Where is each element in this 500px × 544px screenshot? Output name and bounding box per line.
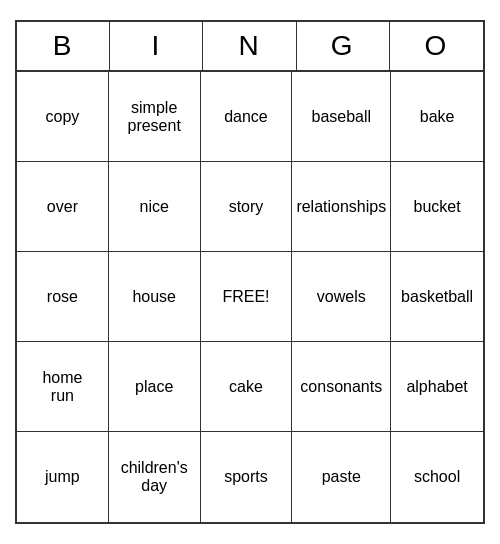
header-letter: O	[390, 22, 483, 70]
header-letter: G	[297, 22, 390, 70]
bingo-cell[interactable]: paste	[292, 432, 391, 522]
bingo-cell[interactable]: simple present	[109, 72, 201, 162]
cell-text: house	[132, 288, 176, 306]
cell-text: place	[135, 378, 173, 396]
bingo-cell[interactable]: home run	[17, 342, 109, 432]
bingo-cell[interactable]: bucket	[391, 162, 483, 252]
bingo-cell[interactable]: rose	[17, 252, 109, 342]
cell-text: basketball	[401, 288, 473, 306]
cell-text: dance	[224, 108, 268, 126]
bingo-cell[interactable]: baseball	[292, 72, 391, 162]
cell-text: school	[414, 468, 460, 486]
cell-text: paste	[322, 468, 361, 486]
bingo-cell[interactable]: over	[17, 162, 109, 252]
cell-text: relationships	[296, 198, 386, 216]
cell-text: bake	[420, 108, 455, 126]
cell-text: alphabet	[406, 378, 467, 396]
cell-text: consonants	[300, 378, 382, 396]
bingo-cell[interactable]: house	[109, 252, 201, 342]
cell-text: over	[47, 198, 78, 216]
bingo-cell[interactable]: nice	[109, 162, 201, 252]
cell-text: rose	[47, 288, 78, 306]
bingo-cell[interactable]: jump	[17, 432, 109, 522]
bingo-grid: copysimple presentdancebaseballbakeovern…	[17, 72, 483, 522]
bingo-cell[interactable]: basketball	[391, 252, 483, 342]
bingo-cell[interactable]: alphabet	[391, 342, 483, 432]
bingo-cell[interactable]: consonants	[292, 342, 391, 432]
cell-text: jump	[45, 468, 80, 486]
cell-text: story	[229, 198, 264, 216]
cell-text: FREE!	[222, 288, 269, 306]
cell-text: sports	[224, 468, 268, 486]
cell-text: vowels	[317, 288, 366, 306]
cell-text: nice	[140, 198, 169, 216]
bingo-card: BINGO copysimple presentdancebaseballbak…	[15, 20, 485, 524]
bingo-cell[interactable]: vowels	[292, 252, 391, 342]
header-letter: N	[203, 22, 296, 70]
cell-text: home run	[42, 369, 82, 405]
cell-text: simple present	[127, 99, 180, 135]
bingo-cell[interactable]: sports	[201, 432, 293, 522]
bingo-cell[interactable]: FREE!	[201, 252, 293, 342]
bingo-cell[interactable]: cake	[201, 342, 293, 432]
bingo-cell[interactable]: children's day	[109, 432, 201, 522]
bingo-cell[interactable]: place	[109, 342, 201, 432]
cell-text: baseball	[311, 108, 371, 126]
bingo-cell[interactable]: relationships	[292, 162, 391, 252]
cell-text: cake	[229, 378, 263, 396]
cell-text: copy	[45, 108, 79, 126]
header-letter: I	[110, 22, 203, 70]
bingo-cell[interactable]: dance	[201, 72, 293, 162]
bingo-cell[interactable]: bake	[391, 72, 483, 162]
bingo-cell[interactable]: school	[391, 432, 483, 522]
cell-text: children's day	[121, 459, 188, 495]
cell-text: bucket	[414, 198, 461, 216]
bingo-header: BINGO	[17, 22, 483, 72]
bingo-cell[interactable]: copy	[17, 72, 109, 162]
header-letter: B	[17, 22, 110, 70]
bingo-cell[interactable]: story	[201, 162, 293, 252]
